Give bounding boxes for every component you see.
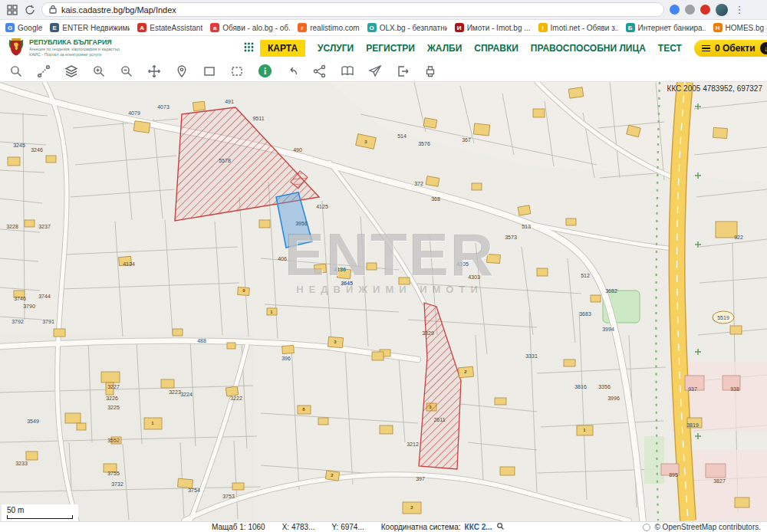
bookmark-item[interactable]: GGoogle <box>5 23 42 32</box>
nav-item-test[interactable]: ТЕСТ <box>658 43 682 54</box>
zoom-out-tool-button[interactable] <box>117 62 137 80</box>
org-subtitle-1: Агенция по геодезия, картография и кадас… <box>29 47 120 52</box>
bookmark-label: Интернет банкира... <box>638 24 706 32</box>
location-tool-button[interactable] <box>172 62 192 80</box>
share-tool-button[interactable] <box>310 62 330 80</box>
nav-item-pravosposobni-litsa[interactable]: ПРАВОСПОСОБНИ ЛИЦА <box>531 43 646 54</box>
status-scale: Мащаб 1: 1060 <box>212 523 265 531</box>
search-tool-button[interactable] <box>6 62 26 80</box>
profile-avatar[interactable] <box>716 4 728 16</box>
list-icon <box>702 45 710 52</box>
org-subtitle-2: КАИС - Портал за електронни услуги <box>29 52 120 57</box>
chevron-down-icon: ↓ <box>760 42 767 54</box>
measure-tool-button[interactable] <box>34 62 54 80</box>
bookmark-favicon: И <box>455 23 464 32</box>
nav-item-karta[interactable]: КАРТА <box>260 40 305 57</box>
bookmark-label: realistimo.com <box>310 24 359 32</box>
refresh-icon[interactable] <box>24 4 36 16</box>
osm-attribution[interactable]: © OpenStreetMap contributors. <box>643 523 761 531</box>
nav-item-spravki[interactable]: СПРАВКИ <box>474 43 518 54</box>
bookmark-item[interactable]: EENTER Недвижими... <box>50 23 130 32</box>
bookmark-favicon: r <box>298 23 307 32</box>
bookmark-item[interactable]: БИнтернет банкира... <box>626 23 706 32</box>
bookmark-item[interactable]: iImoti.net - Обяви з... <box>538 23 618 32</box>
scale-bar: 50 m <box>2 504 78 521</box>
bookmarks-bar: GGoogle EENTER Недвижими... AEstateAssis… <box>0 20 767 36</box>
main-nav: КАРТА УСЛУГИ РЕГИСТРИ ЖАЛБИ СПРАВКИ ПРАВ… <box>260 40 767 57</box>
bookmark-favicon: G <box>5 23 15 32</box>
browser-bar: kais.cadastre.bg/bg/Map/Index ⋮ <box>0 0 767 20</box>
browser-menu-icon[interactable]: ⋮ <box>733 4 746 16</box>
bookmark-favicon: A <box>137 23 146 32</box>
pan-tool-button[interactable] <box>144 62 164 80</box>
bookmark-favicon: i <box>538 23 548 32</box>
extension-icon-blue[interactable] <box>670 5 680 15</box>
status-x-coordinate: X: 4783... <box>282 523 315 531</box>
objects-button-label: 0 Обекти <box>715 43 755 54</box>
bookmark-label: EstateAssistant <box>150 24 202 32</box>
info-tool-button-active[interactable]: i <box>255 62 275 80</box>
map-coordinates-readout: ККС 2005 4783952, 697327 <box>667 84 762 93</box>
bookmark-item[interactable]: ИИмоти - Imot.bg ... <box>455 23 531 32</box>
bookmark-favicon: Б <box>626 23 635 32</box>
nav-item-uslugi[interactable]: УСЛУГИ <box>318 43 354 54</box>
bookmark-item[interactable]: aОбяви - alo.bg - об... <box>210 23 290 32</box>
lock-icon <box>49 5 57 15</box>
scale-bar-line <box>7 515 73 519</box>
statusbar-search-icon[interactable] <box>496 522 505 532</box>
bookmark-favicon: H <box>713 23 723 32</box>
apps-grid-icon[interactable] <box>6 4 18 16</box>
legend-tool-button[interactable] <box>337 62 357 80</box>
bookmark-favicon: O <box>367 23 377 32</box>
coat-of-arms-logo <box>8 37 25 60</box>
site-header: РЕПУБЛИКА БЪЛГАРИЯ Агенция по геодезия, … <box>0 36 767 61</box>
bookmark-label: ENTER Недвижими... <box>62 24 130 32</box>
status-crs-select[interactable]: ККС 2... <box>465 523 492 531</box>
previous-extent-tool-button[interactable] <box>282 62 302 80</box>
bookmark-label: Google <box>18 24 42 32</box>
objects-button[interactable]: 0 Обекти ↓ <box>694 40 767 57</box>
nav-grid-icon[interactable] <box>244 41 254 55</box>
extension-icon-red[interactable] <box>700 5 710 15</box>
map-canvas[interactable]: 4079407349195114905143576367324532463228… <box>0 82 767 521</box>
layers-tool-button[interactable] <box>61 62 81 80</box>
url-text: kais.cadastre.bg/bg/Map/Index <box>61 5 176 15</box>
bookmark-label: Imoti.net - Обяви з... <box>551 24 618 32</box>
bookmark-favicon: E <box>50 23 59 32</box>
org-title: РЕПУБЛИКА БЪЛГАРИЯ <box>29 39 120 47</box>
bookmark-label: Обяви - alo.bg - об... <box>222 24 290 32</box>
bookmark-label: Имоти - Imot.bg ... <box>467 24 531 32</box>
bookmark-label: OLX.bg - безплатни... <box>380 24 447 32</box>
bookmark-item[interactable]: OOLX.bg - безплатни... <box>367 23 447 32</box>
bookmark-label: HOMES.bg - Имоти... <box>726 24 767 32</box>
bookmark-favicon: a <box>210 23 219 32</box>
zoom-in-tool-button[interactable] <box>89 62 109 80</box>
select-area-tool-button[interactable] <box>227 62 247 80</box>
bookmark-item[interactable]: AEstateAssistant <box>137 23 202 32</box>
bookmark-item[interactable]: HHOMES.bg - Имоти... <box>713 23 767 32</box>
scale-bar-label: 50 m <box>7 506 24 514</box>
map-toolbar: i <box>0 61 767 82</box>
osm-logo-icon <box>643 524 650 531</box>
status-crs-label: Координатна система: <box>381 523 461 531</box>
bookmark-item[interactable]: rrealistimo.com <box>298 23 359 32</box>
status-bar: Мащаб 1: 1060 X: 4783... Y: 6974... Коор… <box>0 521 767 532</box>
osm-attribution-text: © OpenStreetMap contributors. <box>654 523 761 531</box>
extension-icon-gray[interactable] <box>685 5 695 15</box>
nav-item-zhalbi[interactable]: ЖАЛБИ <box>427 43 462 54</box>
status-y-coordinate: Y: 6974... <box>331 523 364 531</box>
print-tool-button[interactable] <box>420 62 440 80</box>
agency-logo-block[interactable]: РЕПУБЛИКА БЪЛГАРИЯ Агенция по геодезия, … <box>8 37 238 60</box>
select-rect-tool-button[interactable] <box>199 62 219 80</box>
nav-item-registri[interactable]: РЕГИСТРИ <box>366 43 415 54</box>
basemap-svg <box>0 82 767 521</box>
send-tool-button[interactable] <box>365 62 385 80</box>
exit-tool-button[interactable] <box>393 62 413 80</box>
url-bar[interactable]: kais.cadastre.bg/bg/Map/Index <box>41 2 664 17</box>
